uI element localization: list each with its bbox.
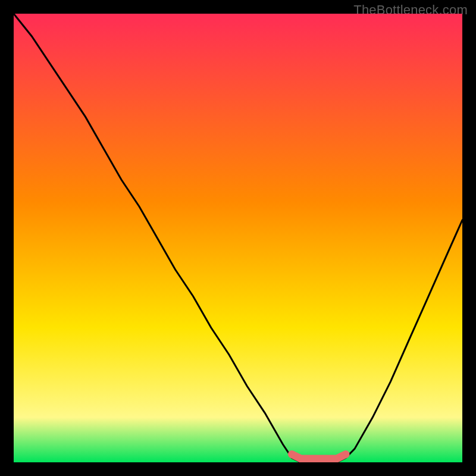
bottleneck-chart (14, 14, 462, 462)
plot-frame (14, 14, 462, 462)
gradient-background (14, 14, 462, 462)
optimal-marker (292, 455, 346, 459)
